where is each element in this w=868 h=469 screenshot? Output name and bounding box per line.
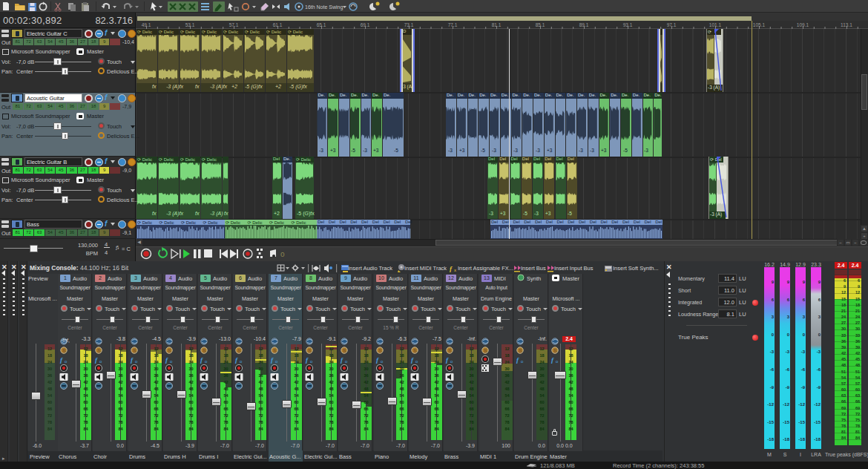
svg-text:f: f	[306, 356, 309, 364]
svg-text:o: o	[450, 359, 453, 364]
svg-text:o: o	[135, 359, 138, 364]
svg-text:S: S	[448, 348, 452, 353]
svg-text:S: S	[519, 348, 522, 353]
svg-text:f: f	[200, 356, 203, 364]
svg-text:f: f	[60, 356, 63, 364]
svg-text:S: S	[343, 348, 346, 353]
svg-text:f: f	[271, 356, 274, 364]
svg-text:S: S	[62, 348, 66, 353]
svg-text:f: f	[516, 356, 519, 364]
svg-text:f: f	[551, 356, 554, 364]
svg-text:S: S	[203, 348, 206, 353]
svg-text:S: S	[168, 348, 171, 353]
svg-text:S: S	[484, 348, 487, 353]
svg-text:o: o	[381, 359, 384, 364]
svg-text:f: f	[235, 356, 238, 364]
svg-text:o: o	[240, 359, 243, 364]
svg-text:o: o	[275, 359, 278, 364]
svg-text:S: S	[308, 348, 312, 353]
svg-text:S: S	[97, 348, 101, 353]
svg-text:o: o	[415, 359, 418, 364]
svg-text:o: o	[556, 359, 559, 364]
svg-text:S: S	[133, 348, 137, 353]
svg-text:S: S	[237, 348, 241, 353]
svg-text:S: S	[273, 348, 277, 353]
svg-text:f: f	[165, 356, 168, 364]
svg-text:S: S	[553, 348, 557, 353]
svg-text:o: o	[310, 359, 313, 364]
svg-text:f: f	[131, 356, 134, 364]
svg-text:o: o	[205, 359, 208, 364]
svg-text:f: f	[376, 356, 379, 364]
svg-text:S: S	[378, 348, 382, 353]
svg-text:f: f	[446, 356, 449, 364]
svg-text:o: o	[65, 359, 68, 364]
svg-text:S: S	[413, 348, 417, 353]
svg-text:o: o	[170, 359, 173, 364]
svg-text:o: o	[345, 359, 348, 364]
svg-text:o: o	[521, 359, 524, 364]
svg-text:o: o	[99, 359, 102, 364]
svg-text:f: f	[411, 356, 414, 364]
svg-text:f: f	[95, 356, 98, 364]
svg-text:f: f	[341, 356, 343, 364]
